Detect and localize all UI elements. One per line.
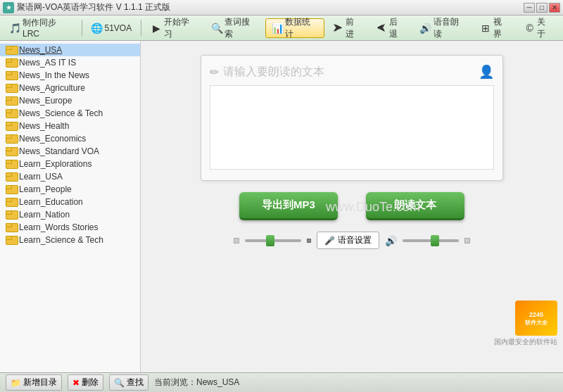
- delete-icon: ✖: [72, 378, 80, 388]
- sidebar-item-label: News_Standard VOA: [19, 146, 99, 156]
- sidebar-item-news-usa[interactable]: News_USA: [0, 44, 140, 56]
- find-label: 查找: [127, 377, 144, 388]
- add-dir-button[interactable]: 📁 新增目录: [6, 374, 62, 391]
- sidebar-item-label: Learn_USA: [19, 172, 63, 182]
- folder-icon: [6, 223, 17, 232]
- text-panel-header: ✏ 请输入要朗读的文本 👤: [210, 64, 494, 80]
- volume-slider-track: [403, 239, 459, 242]
- sidebar-item-label: News_AS IT IS: [19, 58, 76, 68]
- sidebar-item-news-in-the-news[interactable]: News_In the News: [0, 69, 140, 82]
- logo-area: 2245 软件大全 国内最安全的软件站: [494, 301, 557, 347]
- sidebar-item-news-europe[interactable]: News_Europe: [0, 94, 140, 107]
- add-dir-label: 新增目录: [23, 377, 57, 388]
- text-panel: ✏ 请输入要朗读的文本 👤: [201, 55, 503, 181]
- forward-button[interactable]: ⮞ 前进: [326, 18, 368, 38]
- person-icon: 👤: [479, 64, 494, 80]
- folder-icon: [6, 96, 17, 106]
- window-title: 聚语网-VOA英语学习软件 V 1.1.1 正式版: [17, 1, 170, 13]
- sidebar-item-learn-usa[interactable]: Learn_USA: [0, 170, 140, 183]
- sidebar-item-learn-explorations[interactable]: Learn_Explorations: [0, 158, 140, 170]
- folder-icon: [6, 109, 17, 118]
- sidebar-item-learn-nation[interactable]: Learn_Nation: [0, 208, 140, 221]
- pencil-icon: ✏: [210, 65, 219, 79]
- lrc-icon: 🎵: [9, 23, 20, 34]
- sidebar-item-news-standard-voa[interactable]: News_Standard VOA: [0, 145, 140, 158]
- sidebar-item-learn-words-stories[interactable]: Learn_Words Stories: [0, 221, 140, 234]
- title-bar: ★ 聚语网-VOA英语学习软件 V 1.1.1 正式版 ─ □ ✕: [0, 0, 563, 15]
- delete-button[interactable]: ✖ 删除: [68, 374, 103, 391]
- folder-icon: [6, 147, 17, 156]
- voice-settings-label: 语音设置: [338, 234, 372, 246]
- current-browse: 当前浏览：News_USA: [154, 377, 239, 388]
- read-text-button[interactable]: 朗读文本: [366, 192, 464, 220]
- start-learn-button[interactable]: ▶ 开始学习: [144, 18, 203, 38]
- microphone-icon: 🎤: [324, 236, 335, 246]
- folder-icon: [6, 58, 17, 68]
- folder-icon: [6, 122, 17, 131]
- voice-read-button[interactable]: 🔊 语音朗读: [414, 18, 473, 38]
- delete-label: 删除: [82, 377, 99, 388]
- make-lrc-button[interactable]: 🎵 制作同步LRC: [3, 18, 79, 38]
- export-mp3-button[interactable]: 导出到MP3: [239, 192, 338, 220]
- about-icon: ©: [524, 23, 536, 34]
- folder-icon: [6, 71, 17, 80]
- sidebar-item-learn-people[interactable]: Learn_People: [0, 183, 140, 196]
- sidebar-item-label: News_Science & Tech: [19, 108, 103, 118]
- sidebar-item-label: Learn_Explorations: [19, 159, 91, 169]
- sidebar-item-news-health[interactable]: News_Health: [0, 120, 140, 132]
- window-controls: ─ □ ✕: [524, 3, 560, 13]
- view-button[interactable]: ⊞ 视界: [474, 18, 516, 38]
- buttons-row: 导出到MP3 朗读文本: [239, 192, 464, 220]
- sidebar-item-label: Learn_People: [19, 184, 72, 194]
- sidebar-item-label: News_Agriculture: [19, 83, 85, 93]
- sidebar-item-learn-education[interactable]: Learn_Education: [0, 196, 140, 208]
- folder-icon: [6, 46, 17, 55]
- sidebar-item-news-science-tech[interactable]: News_Science & Tech: [0, 107, 140, 120]
- content-area: ✏ 请输入要朗读的文本 👤 www.DuoTe.com 导出到MP3 朗读文本 …: [141, 41, 563, 372]
- speed-slider-thumb[interactable]: [266, 235, 274, 246]
- sidebar-item-learn-science-tech[interactable]: Learn_Science & Tech: [0, 234, 140, 246]
- about-label: 关于: [537, 16, 554, 40]
- slider-end-square: [307, 239, 311, 243]
- voice-settings-row: 🎤 语音设置 🔊: [201, 232, 503, 249]
- folder-icon: [6, 172, 17, 182]
- app-icon: ★: [3, 2, 14, 13]
- folder-icon: [6, 185, 17, 194]
- voice-read-icon: 🔊: [420, 23, 431, 34]
- find-icon: 🔍: [114, 378, 125, 388]
- forward-label: 前进: [346, 16, 362, 40]
- volume-icon: 🔊: [385, 235, 397, 246]
- 51voa-button[interactable]: 🌐 51VOA: [85, 18, 139, 38]
- sidebar-item-label: News_Economics: [19, 134, 86, 144]
- volume-slider-thumb[interactable]: [431, 235, 439, 246]
- sidebar-item-news-agriculture[interactable]: News_Agriculture: [0, 82, 140, 94]
- close-button[interactable]: ✕: [549, 3, 560, 13]
- toolbar: 🎵 制作同步LRC 🌐 51VOA ▶ 开始学习 🔍 查词搜索 📊 数据统计 ⮞…: [0, 15, 563, 41]
- about-button[interactable]: © 关于: [518, 18, 560, 38]
- sidebar-item-label: News_In the News: [19, 70, 89, 80]
- slider-start-square: [234, 238, 239, 244]
- find-button[interactable]: 🔍 查找: [109, 374, 148, 391]
- backward-icon: ⮜: [376, 23, 387, 34]
- maximize-button[interactable]: □: [536, 3, 548, 13]
- minimize-button[interactable]: ─: [524, 3, 535, 13]
- folder-icon: [6, 160, 17, 169]
- text-input[interactable]: [210, 85, 494, 170]
- title-bar-left: ★ 聚语网-VOA英语学习软件 V 1.1.1 正式版: [3, 1, 170, 13]
- 51voa-label: 51VOA: [105, 23, 132, 33]
- sidebar-item-news-as-it-is[interactable]: News_AS IT IS: [0, 56, 140, 69]
- data-stats-icon: 📊: [272, 23, 283, 34]
- data-stats-button[interactable]: 📊 数据统计: [265, 18, 324, 38]
- voice-read-label: 语音朗读: [434, 16, 467, 40]
- voice-settings-button[interactable]: 🎤 语音设置: [317, 232, 379, 249]
- backward-button[interactable]: ⮜ 后退: [369, 18, 412, 38]
- sidebar-item-news-economics[interactable]: News_Economics: [0, 132, 140, 145]
- separator-1: [82, 20, 82, 37]
- start-learn-label: 开始学习: [164, 16, 197, 40]
- view-icon: ⊞: [480, 23, 491, 34]
- folder-icon: [6, 210, 17, 220]
- sidebar-item-label: Learn_Nation: [19, 210, 70, 220]
- search-button[interactable]: 🔍 查词搜索: [205, 18, 264, 38]
- speed-slider-track: [245, 239, 301, 242]
- backward-label: 后退: [389, 16, 406, 40]
